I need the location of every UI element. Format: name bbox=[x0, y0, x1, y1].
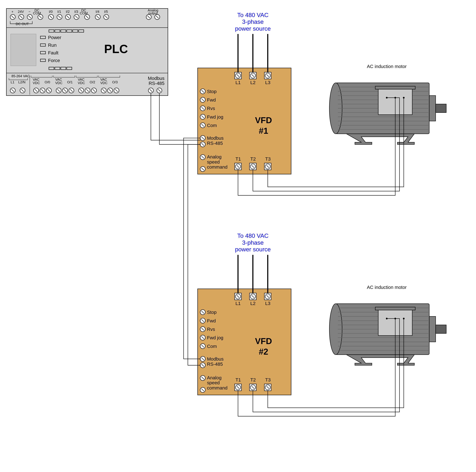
vfd2-name: VFD bbox=[255, 336, 272, 346]
plc-term-plus: + bbox=[12, 10, 14, 14]
vfd2-t3: T3 bbox=[265, 377, 271, 382]
svg-text:VAC: VAC bbox=[33, 78, 39, 81]
svg-text:COM: COM bbox=[80, 11, 88, 15]
vfd1-analog3: command bbox=[207, 164, 227, 170]
vfd1-modbus1: Modbus bbox=[207, 135, 224, 141]
vfd2-l1: L1 bbox=[236, 301, 240, 306]
vfd1-com: Com bbox=[207, 123, 217, 128]
vfd-1: L1 L2 L3 T1 T2 T3 Stop Fwd Rvs Fwd jog C… bbox=[198, 68, 291, 174]
power-label-2a: To 480 VAC bbox=[237, 232, 269, 239]
vfd-2: L1 L2 L3 T1 T2 T3 Stop Fwd Rvs Fwd jog C… bbox=[198, 289, 291, 395]
vfd2-t1: T1 bbox=[236, 377, 241, 382]
motor-1-label: AC induction motor bbox=[367, 64, 407, 69]
vfd1-modbus2: RS-485 bbox=[207, 141, 223, 146]
plc-term-24v: 24V bbox=[18, 10, 24, 14]
plc-vac-range: 85-264 VAC bbox=[12, 74, 30, 78]
vfd2-l2: L2 bbox=[250, 301, 255, 306]
plc-o1: O/1 bbox=[67, 80, 72, 84]
plc-title: PLC bbox=[104, 42, 128, 56]
power-label-1a: To 480 VAC bbox=[237, 12, 269, 18]
motor-2: AC induction motor bbox=[329, 285, 446, 365]
diagram-canvas: + 24V − DCCOM I/0 I/1 I/2 I/3 DCCOM I/4 … bbox=[0, 0, 476, 472]
svg-text:VAC: VAC bbox=[100, 78, 107, 81]
vfd2-stop: Stop bbox=[207, 309, 217, 315]
vfd1-fwdjog: Fwd jog bbox=[207, 114, 223, 119]
plc-i2: I/2 bbox=[66, 10, 70, 14]
plc-l1: L1 bbox=[11, 80, 14, 84]
vfd2-com: Com bbox=[207, 344, 217, 349]
svg-text:COM: COM bbox=[33, 11, 41, 15]
plc-o3: O/3 bbox=[112, 80, 118, 84]
vfd1-sub: #1 bbox=[259, 126, 268, 136]
plc-led-power: Power bbox=[48, 35, 61, 40]
svg-text:VDC: VDC bbox=[55, 81, 62, 85]
power-label-1b: 3-phase bbox=[242, 18, 264, 25]
motor-1: AC induction motor bbox=[329, 64, 446, 145]
vfd1-stop: Stop bbox=[207, 89, 217, 94]
vfd2-rvs: Rvs bbox=[207, 327, 215, 332]
vfd2-modbus2: RS-485 bbox=[207, 361, 223, 367]
plc-i5: I/5 bbox=[104, 10, 108, 14]
vfd2-fwdjog: Fwd jog bbox=[207, 335, 223, 340]
svg-text:VDC: VDC bbox=[78, 81, 85, 85]
vfd2-sub: #2 bbox=[259, 347, 268, 357]
wire-modbus-plc-b bbox=[159, 94, 201, 145]
vfd2-modbus1: Modbus bbox=[207, 356, 224, 361]
vfd2-analog3: command bbox=[207, 385, 227, 391]
plc-term-minus: − bbox=[29, 10, 31, 14]
vfd2-fwd: Fwd bbox=[207, 318, 216, 323]
svg-text:VAC: VAC bbox=[78, 78, 85, 81]
svg-text:VAC: VAC bbox=[55, 78, 62, 81]
vfd2-t2: T2 bbox=[250, 377, 256, 382]
motor-2-label: AC induction motor bbox=[367, 285, 407, 290]
vfd1-analog2: speed bbox=[207, 159, 220, 164]
vfd2-analog2: speed bbox=[207, 380, 220, 385]
plc-module bbox=[11, 34, 36, 66]
svg-text:VDC: VDC bbox=[100, 81, 107, 85]
plc-i3: I/3 bbox=[74, 10, 78, 14]
vfd1-rvs: Rvs bbox=[207, 106, 215, 111]
plc-block: + 24V − DCCOM I/0 I/1 I/2 I/3 DCCOM I/4 … bbox=[6, 8, 168, 96]
vfd1-t2: T2 bbox=[250, 156, 256, 162]
vfd1-t3: T3 bbox=[265, 156, 271, 162]
svg-text:output: output bbox=[148, 11, 158, 15]
plc-i4: I/4 bbox=[96, 10, 100, 14]
svg-text:Modbus: Modbus bbox=[148, 76, 165, 81]
svg-text:VDC: VDC bbox=[33, 81, 40, 85]
wire-modbus-plc-a bbox=[151, 94, 201, 140]
plc-o2: O/2 bbox=[90, 80, 95, 84]
plc-i1: I/1 bbox=[57, 10, 61, 14]
vfd1-analog1: Analog bbox=[207, 154, 221, 159]
plc-led-fault: Fault bbox=[48, 50, 59, 55]
plc-i0: I/0 bbox=[49, 10, 53, 14]
svg-text:RS-485: RS-485 bbox=[149, 81, 165, 86]
vfd2-analog1: Analog bbox=[207, 375, 221, 380]
plc-o0: O/0 bbox=[45, 80, 50, 84]
power-label-2c: power source bbox=[235, 246, 271, 253]
vfd1-l3: L3 bbox=[265, 80, 270, 85]
plc-led-force: Force bbox=[48, 58, 60, 63]
vfd1-l2: L2 bbox=[250, 80, 255, 85]
vfd1-l1: L1 bbox=[236, 80, 240, 85]
plc-led-run: Run bbox=[48, 43, 57, 48]
vfd2-l3: L3 bbox=[265, 301, 270, 306]
plc-dcout: DC OUT bbox=[16, 22, 29, 26]
vfd1-fwd: Fwd bbox=[207, 97, 216, 102]
plc-l2n: L2/N bbox=[18, 80, 25, 84]
vfd1-name: VFD bbox=[255, 115, 272, 125]
power-label-1c: power source bbox=[235, 25, 271, 32]
power-label-2b: 3-phase bbox=[242, 239, 264, 246]
vfd1-t1: T1 bbox=[236, 156, 241, 162]
